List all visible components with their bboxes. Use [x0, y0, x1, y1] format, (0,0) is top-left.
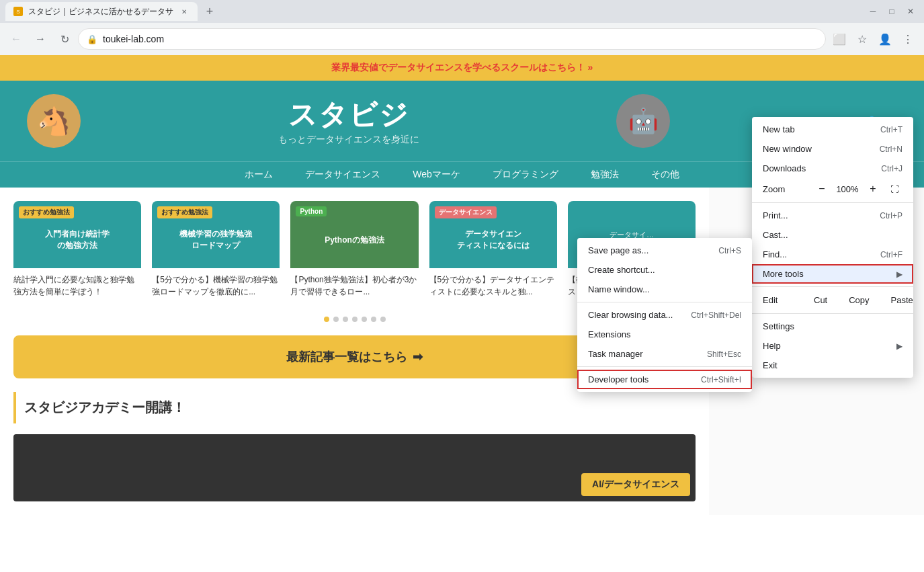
edit-actions: Cut Copy Paste [803, 292, 924, 308]
card-desc-2: 【Python独学勉強法】初心者が3か月で習得できるロー... [290, 268, 418, 303]
section-title: スタビジアカデミー開講！ [13, 392, 696, 423]
tab-favicon: S [13, 7, 23, 16]
nav-item-data-science[interactable]: データサイエンス [289, 162, 396, 188]
menu-item-print[interactable]: Print... Ctrl+P [752, 206, 913, 225]
zoom-plus-button[interactable]: + [865, 181, 881, 197]
forward-button[interactable]: → [30, 28, 51, 50]
dot-3[interactable] [352, 317, 358, 322]
submenu-save-page-shortcut: Ctrl+S [718, 246, 741, 255]
maximize-button[interactable]: □ [884, 3, 900, 19]
menu-button[interactable]: ⋮ [897, 28, 919, 50]
menu-item-downloads-label: Downloads [763, 163, 876, 173]
submenu-clear-browsing-label: Clear browsing data... [588, 310, 691, 320]
nav-item-home[interactable]: ホーム [228, 162, 289, 188]
copy-button[interactable]: Copy [838, 292, 880, 308]
card-badge-1: おすすめ勉強法 [157, 206, 212, 218]
menu-item-settings[interactable]: Settings [752, 317, 913, 336]
card-desc-0: 統計学入門に必要な知識と独学勉強方法を簡単に学ぼう！ [13, 268, 141, 303]
edit-label: Edit [763, 295, 803, 305]
menu-item-exit[interactable]: Exit [752, 356, 913, 375]
cta-text: 最新記事一覧はこちら [286, 349, 407, 365]
dot-1[interactable] [333, 317, 339, 322]
menu-item-new-window[interactable]: New window Ctrl+N [752, 139, 913, 159]
paste-button[interactable]: Paste [880, 292, 924, 308]
edit-row: Edit Cut Copy Paste [752, 290, 913, 311]
section-image: AI/データサイエンス [13, 434, 696, 501]
menu-item-more-tools[interactable]: More tools ▶ [752, 264, 913, 284]
new-tab-button[interactable]: + [200, 2, 219, 21]
active-tab[interactable]: S スタビジ｜ビジネスに活かせるデータサ ✕ [5, 2, 198, 21]
menu-item-cast[interactable]: Cast... [752, 225, 913, 245]
menu-item-new-tab[interactable]: New tab Ctrl+T [752, 120, 913, 139]
menu-item-help-arrow: ▶ [896, 341, 902, 351]
submenu-task-manager-label: Task manager [588, 349, 707, 359]
title-bar: S スタビジ｜ビジネスに活かせるデータサ ✕ + ─ □ ✕ [0, 0, 924, 23]
nav-item-programming[interactable]: プログラミング [476, 162, 575, 188]
cta-arrow-icon: ➡ [413, 350, 423, 364]
address-bar[interactable]: 🔒 toukei-lab.com [78, 28, 826, 50]
menu-item-find-shortcut: Ctrl+F [880, 250, 902, 259]
section-image-inner: AI/データサイエンス [13, 434, 696, 501]
card-1[interactable]: おすすめ勉強法 機械学習の独学勉強ロードマップ 【5分で分かる】機械学習の独学勉… [152, 201, 280, 303]
dot-0[interactable] [324, 317, 329, 322]
card-badge-2: Python [296, 206, 327, 216]
browser-frame: S スタビジ｜ビジネスに活かせるデータサ ✕ + ─ □ ✕ ← → ↻ 🔒 t… [0, 0, 924, 572]
menu-item-more-tools-arrow: ▶ [896, 270, 902, 279]
back-button[interactable]: ← [5, 28, 27, 50]
dot-6[interactable] [380, 317, 386, 322]
submenu-extensions[interactable]: Extensions [577, 325, 752, 344]
card-img-0: おすすめ勉強法 入門者向け統計学の勉強方法 [13, 201, 141, 268]
cut-button[interactable]: Cut [803, 292, 838, 308]
chrome-menu-container: New tab Ctrl+T New window Ctrl+N Downloa… [757, 86, 919, 347]
menu-item-new-tab-shortcut: Ctrl+T [880, 125, 902, 134]
dot-5[interactable] [371, 317, 376, 322]
refresh-button[interactable]: ↻ [54, 28, 75, 50]
card-3[interactable]: データサイエンス データサイエンティストになるには 【5分で分かる】データサイエ… [429, 201, 557, 303]
lens-button[interactable]: ⬜ [829, 28, 850, 50]
card-desc-1: 【5分で分かる】機械学習の独学勉強ロードマップを徹底的に... [152, 268, 280, 303]
site-title: スタビジ [278, 96, 419, 134]
submenu-divider-1 [577, 302, 752, 302]
submenu-name-window[interactable]: Name window... [577, 280, 752, 299]
bookmark-button[interactable]: ☆ [851, 28, 873, 50]
menu-item-more-tools-label: More tools [763, 269, 896, 279]
card-img-3: データサイエンス データサイエンティストになるには [429, 201, 557, 268]
nav-item-other[interactable]: その他 [635, 162, 696, 188]
menu-item-find[interactable]: Find... Ctrl+F [752, 245, 913, 264]
menu-item-help[interactable]: Help ▶ [752, 336, 913, 356]
nav-item-study[interactable]: 勉強法 [575, 162, 635, 188]
submenu-save-page[interactable]: Save page as... Ctrl+S [577, 241, 752, 260]
submenu-create-shortcut[interactable]: Create shortcut... [577, 260, 752, 280]
menu-item-exit-label: Exit [763, 360, 902, 370]
close-button[interactable]: ✕ [902, 3, 919, 19]
card-img-2: Python Pythonの勉強法 [290, 201, 418, 268]
chrome-menu: New tab Ctrl+T New window Ctrl+N Downloa… [752, 117, 913, 378]
zoom-minus-button[interactable]: − [814, 181, 830, 197]
minimize-button[interactable]: ─ [865, 3, 881, 19]
card-badge-3: データサイエンス [435, 206, 497, 218]
banner-arrow: » [588, 62, 593, 73]
nav-item-web-marketing[interactable]: Webマーケ [396, 162, 476, 188]
submenu-developer-tools[interactable]: Developer tools Ctrl+Shift+I [577, 370, 752, 389]
logo-area: スタビジ もっとデータサイエンスを身近に [278, 96, 419, 146]
submenu-divider-2 [577, 366, 752, 367]
tab-area: S スタビジ｜ビジネスに活かせるデータサ ✕ + [5, 2, 862, 21]
menu-item-downloads[interactable]: Downloads Ctrl+J [752, 159, 913, 178]
zoom-expand-button[interactable]: ⛶ [886, 181, 902, 197]
submenu-name-window-label: Name window... [588, 284, 741, 294]
submenu-task-manager[interactable]: Task manager Shift+Esc [577, 344, 752, 364]
yellow-banner[interactable]: 業界最安値でデータサイエンスを学べるスクールはこちら！ » [0, 55, 924, 81]
profile-button[interactable]: 👤 [874, 28, 896, 50]
dot-2[interactable] [343, 317, 348, 322]
more-tools-submenu: Save page as... Ctrl+S Create shortcut..… [577, 238, 752, 392]
menu-item-find-label: Find... [763, 249, 875, 259]
navigation-bar: ← → ↻ 🔒 toukei-lab.com ⬜ ☆ 👤 ⋮ [0, 23, 924, 55]
dot-4[interactable] [362, 317, 367, 322]
url-text: toukei-lab.com [103, 34, 817, 44]
submenu-extensions-label: Extensions [588, 329, 741, 339]
card-2[interactable]: Python Pythonの勉強法 【Python独学勉強法】初心者が3か月で習… [290, 201, 418, 303]
submenu-clear-browsing[interactable]: Clear browsing data... Ctrl+Shift+Del [577, 305, 752, 325]
card-0[interactable]: おすすめ勉強法 入門者向け統計学の勉強方法 統計学入門に必要な知識と独学勉強方法… [13, 201, 141, 303]
tab-close-button[interactable]: ✕ [179, 6, 190, 17]
zoom-value: 100% [835, 184, 859, 194]
